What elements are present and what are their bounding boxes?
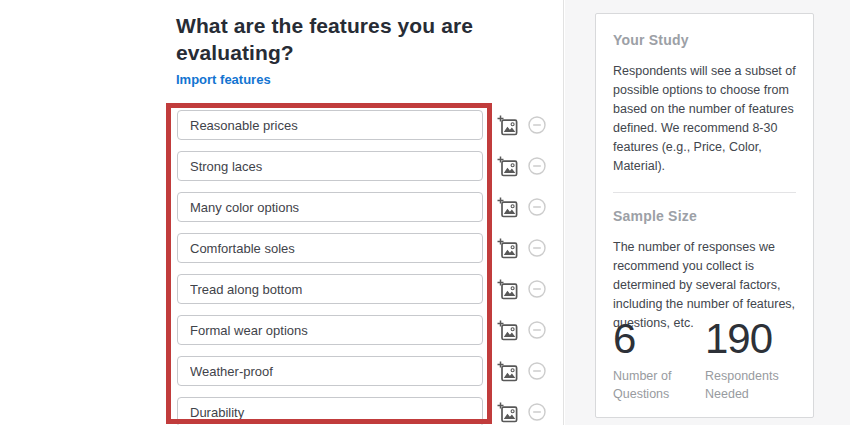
remove-feature-button[interactable]: [526, 401, 548, 423]
your-study-heading: Your Study: [613, 32, 796, 48]
remove-feature-icon: [528, 362, 546, 380]
page-title: What are the features you are evaluating…: [176, 12, 521, 66]
questions-count: 6: [613, 317, 705, 361]
add-image-button[interactable]: [496, 401, 518, 423]
add-image-button[interactable]: [496, 237, 518, 259]
feature-input-6[interactable]: [177, 315, 483, 345]
remove-feature-button[interactable]: [526, 319, 548, 341]
your-study-text: Respondents will see a subset of possibl…: [613, 62, 796, 176]
remove-feature-button[interactable]: [526, 155, 548, 177]
import-features-link[interactable]: Import features: [176, 72, 271, 87]
respondents-count: 190: [705, 317, 797, 361]
right-region: Your Study Respondents will see a subset…: [565, 0, 850, 425]
remove-feature-icon: [528, 157, 546, 175]
add-image-button[interactable]: [496, 278, 518, 300]
add-image-button[interactable]: [496, 196, 518, 218]
stat-respondents-needed: 190 Respondents Needed: [705, 317, 797, 403]
add-image-button[interactable]: [496, 114, 518, 136]
respondents-label: Respondents Needed: [705, 367, 791, 403]
add-image-icon: [497, 197, 518, 218]
feature-input-3[interactable]: [177, 192, 483, 222]
feature-row: [177, 397, 548, 425]
feature-row: [177, 192, 548, 222]
add-image-icon: [497, 320, 518, 341]
feature-row: [177, 315, 548, 345]
remove-feature-button[interactable]: [526, 237, 548, 259]
feature-input-8[interactable]: [177, 397, 483, 425]
remove-feature-icon: [528, 116, 546, 134]
feature-input-1[interactable]: [177, 110, 483, 140]
remove-feature-icon: [528, 321, 546, 339]
remove-feature-icon: [528, 403, 546, 421]
conjoint-setup-screen: Features Display Advanced Translations W…: [0, 0, 850, 425]
feature-input-7[interactable]: [177, 356, 483, 386]
add-image-icon: [497, 402, 518, 423]
feature-input-4[interactable]: [177, 233, 483, 263]
remove-feature-button[interactable]: [526, 114, 548, 136]
feature-input-5[interactable]: [177, 274, 483, 304]
sample-size-heading: Sample Size: [613, 208, 796, 224]
info-panel: Your Study Respondents will see a subset…: [595, 13, 814, 418]
add-image-icon: [497, 115, 518, 136]
feature-row: [177, 274, 548, 304]
feature-input-2[interactable]: [177, 151, 483, 181]
panel-divider: [613, 192, 796, 193]
questions-label: Number of Questions: [613, 367, 699, 403]
feature-row: [177, 110, 548, 140]
add-image-button[interactable]: [496, 319, 518, 341]
remove-feature-button[interactable]: [526, 278, 548, 300]
feature-row: [177, 356, 548, 386]
main-content: What are the features you are evaluating…: [0, 0, 564, 425]
remove-feature-icon: [528, 280, 546, 298]
remove-feature-button[interactable]: [526, 196, 548, 218]
remove-feature-icon: [528, 239, 546, 257]
remove-feature-button[interactable]: [526, 360, 548, 382]
add-image-icon: [497, 238, 518, 259]
add-image-button[interactable]: [496, 155, 518, 177]
feature-row: [177, 151, 548, 181]
add-image-button[interactable]: [496, 360, 518, 382]
add-image-icon: [497, 361, 518, 382]
stat-number-of-questions: 6 Number of Questions: [613, 317, 705, 403]
feature-row: [177, 233, 548, 263]
remove-feature-icon: [528, 198, 546, 216]
add-image-icon: [497, 279, 518, 300]
add-image-icon: [497, 156, 518, 177]
stats-row: 6 Number of Questions 190 Respondents Ne…: [613, 317, 797, 403]
